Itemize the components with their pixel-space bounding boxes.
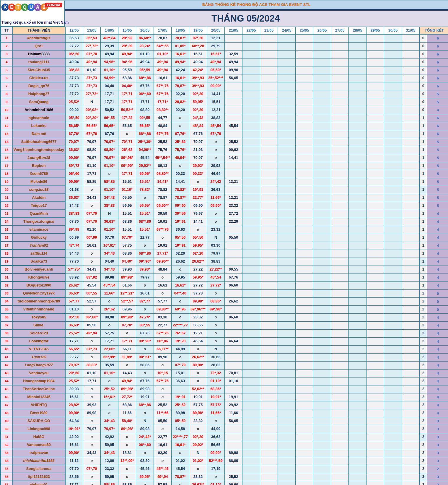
row-index: 10 [1,106,13,114]
member-name[interactable]: SamQuang [13,98,65,106]
day-cell: 02,20 [172,90,189,98]
member-name[interactable]: Thongoc.dongnai [13,218,65,226]
day-cell [331,50,349,58]
total-count: 2 [420,401,427,409]
member-name[interactable]: BGquetoi1990 [13,281,65,289]
total-count: 1 [420,281,427,289]
day-cell [313,50,331,58]
member-name[interactable]: Melode86 [13,178,65,186]
day-cell [278,473,296,481]
member-name[interactable]: Bepbon [13,162,65,170]
member-name[interactable]: vitaminace [13,226,65,234]
table-row: 48Boss198909,90*89,98o11,66o11**,6689,98… [1,409,448,417]
site-logo[interactable]: KETQUA2 FORUM Trang kết quả xổ số lớn nh… [1,1,65,27]
day-cell: o [118,130,136,138]
member-name[interactable]: khanhtrangls [13,34,65,42]
total-count: 0 [420,58,427,66]
member-name[interactable]: tuoidoimenhmong56789 [13,297,65,305]
member-name[interactable]: Songlailannua [13,465,65,473]
member-name[interactable]: LuongBon18 [13,154,65,162]
day-cell: o [136,305,154,313]
member-name[interactable]: QuyNhonCity197x [13,289,65,297]
day-cell: 38*,83 [65,66,83,74]
member-name[interactable]: Haiphong27 [13,90,65,98]
member-name[interactable]: Soiden123 [13,329,65,337]
member-name[interactable]: Khongvuive [13,274,65,281]
member-name[interactable]: traiphavan [13,449,65,457]
day-cell [402,42,420,50]
day-cell [296,385,313,393]
day-cell: o [172,481,189,485]
day-cell: 06**,60 [136,441,154,449]
member-name[interactable]: thulang1111 [13,58,65,66]
member-name[interactable]: Đam mê [13,130,65,138]
day-cell [278,162,296,170]
member-name[interactable]: thichbachthu1983 [13,457,65,465]
day-cell [242,50,260,58]
member-name[interactable]: Lukonku [13,122,65,130]
member-name[interactable]: Aladdin [13,194,65,202]
member-name[interactable]: Minhloi12345 [13,393,65,401]
day-cell [331,289,349,297]
day-cell: 14,43 [118,369,136,377]
member-name[interactable]: SieuChuoi35 [13,66,65,74]
day-cell: 76*,67 [172,329,189,337]
day-cell [402,409,420,417]
member-name[interactable]: Girlkieu.us [13,74,65,82]
day-cell [260,417,278,425]
member-name[interactable]: song.luc98 [13,186,65,194]
member-name[interactable]: VLTN12345 [13,345,65,353]
day-cell: o [154,274,172,281]
member-name[interactable]: Tuan129 [13,353,65,361]
member-name[interactable]: Linkngoc998 [13,425,65,433]
member-name[interactable]: ttpl12131623 [13,473,65,481]
day-cell: 24*,42 [207,178,225,186]
day-cell [296,194,313,202]
member-name[interactable]: Xeom5780 [13,170,65,178]
day-cell [402,345,420,353]
member-name[interactable]: Anhminhhd1986 [13,106,65,114]
date-header: 18/05 [172,27,189,35]
table-row: 46Minhloi1234516,61o16*,61*27,72*19,91o1… [1,393,448,401]
member-name[interactable]: Tranlam02 [13,242,65,250]
member-name[interactable]: Qtv1 [13,42,65,50]
day-cell [260,250,278,258]
day-cell [384,369,402,377]
member-name[interactable]: vinhvan01 [13,481,65,485]
member-name[interactable]: Boss1989 [13,409,65,417]
member-name[interactable]: Lookingfor [13,337,65,345]
member-name[interactable]: satthu114 [13,250,65,258]
day-cell: o [172,353,189,361]
day-cell: 00*,02* [83,106,101,114]
member-name[interactable]: Boivi-emyeuanh [13,266,65,274]
member-name[interactable]: Hainam8888 [13,50,65,58]
member-name[interactable]: QuanMinh [13,210,65,218]
member-name[interactable]: Hoangcamap1984 [13,377,65,385]
day-cell: 29,92 [225,401,242,409]
day-cell: 67,76* [172,130,189,138]
member-name[interactable]: HaiSG [13,433,65,441]
member-name[interactable]: Vong1lepnhungtomtepcoday [13,146,65,154]
member-name[interactable]: ThanSoHocOnline [13,385,65,393]
day-cell [278,34,296,42]
member-name[interactable]: LangThang1977 [13,361,65,369]
member-name[interactable]: Smile. [13,321,65,329]
member-name[interactable]: Vantaomao89 [13,441,65,449]
member-name[interactable]: Bogia_qn76 [13,82,65,90]
member-name[interactable]: Vitaminhunghang [13,305,65,313]
member-name[interactable]: SoaiKa73 [13,258,65,266]
member-name[interactable]: Girllucky [13,234,65,242]
day-cell [242,194,260,202]
member-name[interactable]: Tokyo85 [13,313,65,321]
member-name[interactable]: AHIENTQ [13,401,65,409]
day-cell: 05,50* [207,66,225,74]
day-cell: 67,76 [136,377,154,385]
member-name[interactable]: Vanducyeu [13,369,65,377]
member-name[interactable]: Satthuhoahong6677 [13,138,65,146]
member-name[interactable]: Toique17 [13,202,65,210]
day-cell [349,210,366,218]
day-cell [278,377,296,385]
member-name[interactable]: SAKURA.GO [13,417,65,425]
day-cell: o [118,441,136,449]
member-name[interactable]: ngheanhole [13,114,65,122]
